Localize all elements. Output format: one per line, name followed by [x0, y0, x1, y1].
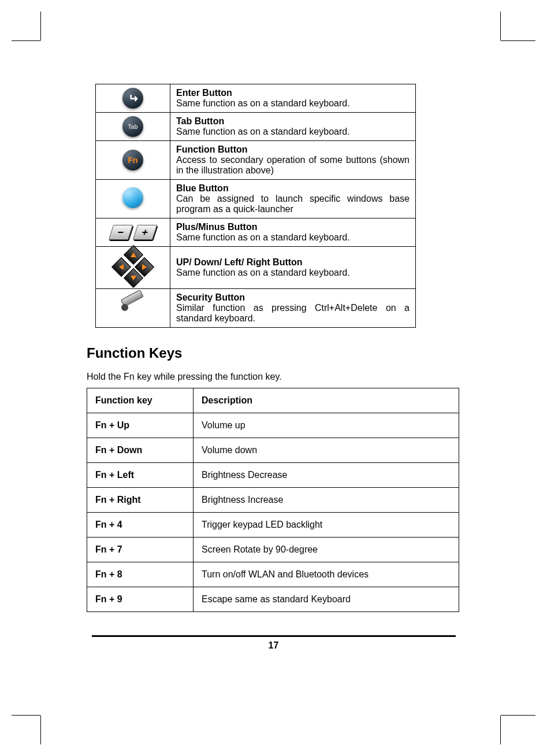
button-desc: Same function as on a standard keyboard.	[176, 98, 350, 108]
page-number: 17	[87, 640, 460, 651]
button-title: Tab Button	[176, 116, 224, 126]
button-desc: Similar function as pressing Ctrl+Alt+De…	[176, 303, 410, 323]
fn-desc: Escape same as standard Keyboard	[194, 587, 459, 612]
table-row: Fn + DownVolume down	[87, 438, 459, 463]
button-desc-cell: UP/ Down/ Left/ Right ButtonSame functio…	[170, 247, 416, 289]
button-title: Enter Button	[176, 88, 232, 98]
page-content: ↵ Enter ButtonSame function as on a stan…	[0, 0, 547, 651]
fn-desc: Brightness Decrease	[194, 463, 459, 488]
table-row: Fn + 9Escape same as standard Keyboard	[87, 587, 459, 612]
button-desc: Same function as on a standard keyboard.	[176, 232, 350, 242]
button-title: UP/ Down/ Left/ Right Button	[176, 257, 303, 267]
table-header-row: Function key Description	[87, 388, 459, 413]
section-heading: Function Keys	[87, 345, 460, 361]
buttons-table: ↵ Enter ButtonSame function as on a stan…	[95, 84, 416, 328]
table-row: Fn + LeftBrightness Decrease	[87, 463, 459, 488]
dpad-icon	[116, 249, 150, 284]
table-row: Fn + RightBrightness Increase	[87, 488, 459, 513]
function-keys-table: Function key Description Fn + UpVolume u…	[87, 388, 459, 612]
security-icon	[121, 298, 144, 316]
fn-key: Fn + Left	[87, 463, 194, 488]
table-row: ↵ Enter ButtonSame function as on a stan…	[96, 84, 416, 113]
fn-key: Fn + 4	[87, 513, 194, 538]
button-title: Function Button	[176, 144, 248, 154]
plus-minus-icon: −+	[111, 225, 155, 240]
fn-desc: Brightness Increase	[194, 488, 459, 513]
table-row: Fn Function ButtonAccess to secondary op…	[96, 141, 416, 180]
enter-icon: ↵	[122, 88, 143, 109]
tab-icon: Tab	[122, 116, 143, 137]
fn-desc: Volume down	[194, 438, 459, 463]
table-row: Fn + 4Trigger keypad LED backlight	[87, 513, 459, 538]
fn-desc: Screen Rotate by 90-degree	[194, 538, 459, 562]
fn-key: Fn + 7	[87, 538, 194, 562]
fn-desc: Turn on/off WLAN and Bluetooth devices	[194, 562, 459, 587]
button-desc-cell: Plus/Minus ButtonSame function as on a s…	[170, 218, 416, 247]
fn-key: Fn + Up	[87, 413, 194, 438]
button-title: Blue Button	[176, 183, 229, 193]
button-desc-cell: Blue ButtonCan be assigned to launch spe…	[170, 180, 416, 218]
button-desc: Access to secondary operation of some bu…	[176, 155, 410, 175]
button-desc-cell: Tab ButtonSame function as on a standard…	[170, 113, 416, 141]
footer-rule	[92, 635, 456, 637]
table-row: UP/ Down/ Left/ Right ButtonSame functio…	[96, 247, 416, 289]
fn-icon: Fn	[122, 150, 143, 171]
table-row: Fn + UpVolume up	[87, 413, 459, 438]
fn-key: Fn + Down	[87, 438, 194, 463]
button-desc: Same function as on a standard keyboard.	[176, 268, 350, 277]
column-header-key: Function key	[87, 388, 194, 413]
button-desc: Same function as on a standard keyboard.	[176, 127, 350, 136]
table-row: −+ Plus/Minus ButtonSame function as on …	[96, 218, 416, 247]
fn-desc: Trigger keypad LED backlight	[194, 513, 459, 538]
button-desc: Can be assigned to launch specific windo…	[176, 194, 410, 214]
button-desc-cell: Function ButtonAccess to secondary opera…	[170, 141, 416, 180]
blue-button-icon	[122, 187, 143, 208]
section-intro: Hold the Fn key while pressing the funct…	[87, 372, 460, 382]
table-row: Tab Tab ButtonSame function as on a stan…	[96, 113, 416, 141]
table-row: Fn + 7Screen Rotate by 90-degree	[87, 538, 459, 562]
fn-key: Fn + 9	[87, 587, 194, 612]
table-row: Fn + 8Turn on/off WLAN and Bluetooth dev…	[87, 562, 459, 587]
button-desc-cell: Enter ButtonSame function as on a standa…	[170, 84, 416, 113]
button-title: Security Button	[176, 292, 245, 302]
column-header-desc: Description	[194, 388, 459, 413]
table-row: Security ButtonSimilar function as press…	[96, 289, 416, 328]
button-desc-cell: Security ButtonSimilar function as press…	[170, 289, 416, 328]
fn-key: Fn + Right	[87, 488, 194, 513]
fn-desc: Volume up	[194, 413, 459, 438]
button-title: Plus/Minus Button	[176, 222, 257, 232]
fn-key: Fn + 8	[87, 562, 194, 587]
table-row: Blue ButtonCan be assigned to launch spe…	[96, 180, 416, 218]
